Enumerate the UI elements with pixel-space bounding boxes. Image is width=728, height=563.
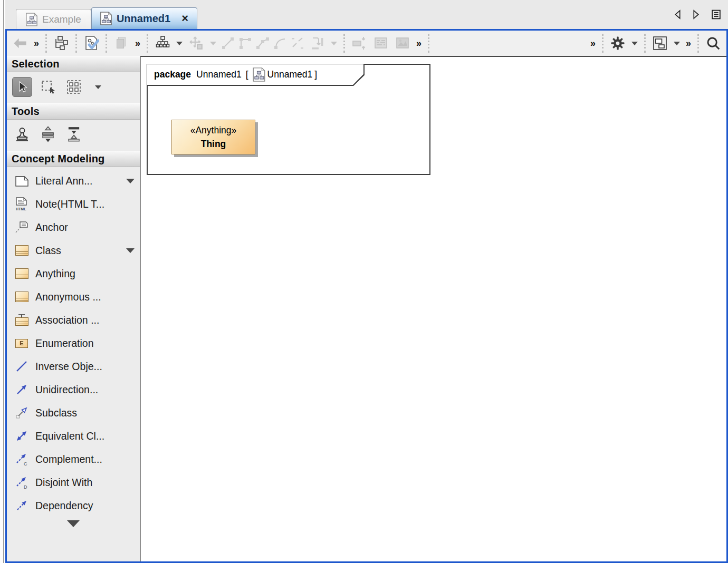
validate-button[interactable] (82, 33, 100, 53)
search-button[interactable] (704, 33, 722, 53)
toolbar-separator (75, 34, 77, 53)
options-dropdown-icon[interactable] (631, 42, 638, 45)
chevron-down-icon[interactable] (126, 179, 135, 183)
section-title: Concept Modeling (12, 153, 105, 165)
tab-controls (674, 9, 728, 20)
toolbar-separator (697, 34, 699, 53)
palette-item-subclass[interactable]: Subclass (7, 401, 140, 424)
package-frame-header[interactable]: package Unnamed1 [ (147, 64, 365, 86)
class-node-thing[interactable]: «Anything» Thing (171, 120, 255, 154)
layout-tree-button[interactable] (154, 33, 171, 53)
palette-item-complement-of[interactable]: C Complement... (7, 448, 140, 471)
selection-buttons (7, 72, 140, 103)
section-title: Selection (12, 58, 60, 70)
palette-item-label: Association ... (35, 314, 99, 326)
toolbar-overflow-icon[interactable]: » (685, 38, 692, 49)
palette-item-class[interactable]: Class (7, 239, 140, 262)
diagram-layout-dropdown-icon[interactable] (674, 42, 680, 45)
expand-vertical-icon (40, 126, 56, 143)
layout-dropdown-icon[interactable] (176, 42, 183, 45)
straight-line-icon (221, 36, 235, 50)
toolbar-overflow-icon[interactable]: » (589, 38, 597, 49)
section-header-selection[interactable]: Selection (7, 56, 140, 72)
selection-dropdown-icon[interactable] (95, 85, 101, 89)
package-keyword: package (154, 69, 191, 80)
section-title: Tools (12, 105, 40, 118)
palette-item-label: Equivalent Cl... (35, 430, 104, 442)
broken-line-icon (291, 36, 304, 50)
multi-select-button[interactable] (64, 77, 84, 97)
palette-item-disjoint-with[interactable]: D Disjoint With (7, 471, 140, 494)
toolbar-overflow-icon[interactable]: » (33, 38, 40, 49)
association-class-icon (14, 314, 30, 326)
line-icon (14, 360, 30, 373)
palette-item-anchor[interactable]: Anchor (7, 216, 140, 239)
tab-label: Unnamed1 (117, 13, 170, 25)
toolbar-overflow-icon[interactable]: » (415, 38, 423, 49)
tab-list-icon[interactable] (711, 9, 722, 20)
palette-item-unidirectional-association[interactable]: Unidirection... (7, 378, 140, 401)
stereotype-label: «Anything» (190, 125, 237, 136)
tab-label: Example (42, 14, 81, 25)
diagram-canvas[interactable]: package Unnamed1 [ (140, 56, 726, 561)
fit-size-icon (351, 35, 367, 51)
class-icon (14, 268, 30, 279)
palette-item-association-class[interactable]: Association ... (7, 308, 140, 332)
palette-item-inverse-object-property[interactable]: Inverse Obje... (7, 355, 140, 378)
collapsed-panel-edge[interactable] (0, 0, 4, 563)
vertical-expand-tool-button[interactable] (38, 124, 58, 144)
toolbar-separator (147, 34, 148, 53)
toolbar-separator (644, 34, 646, 53)
close-tab-icon[interactable]: × (181, 13, 188, 24)
palette-item-label: Anchor (35, 221, 68, 234)
diagram-options-button[interactable] (609, 33, 627, 53)
package-name: Unnamed1 (196, 69, 242, 80)
palette-item-anonymous-class[interactable]: Anonymous ... (7, 285, 140, 308)
package-diagram-icon (253, 67, 265, 82)
double-arrow-icon (14, 430, 30, 442)
diagram-layout-button[interactable] (651, 33, 669, 53)
palette-item-equivalent-class[interactable]: Equivalent Cl... (7, 424, 140, 448)
toolbar-separator (343, 34, 345, 53)
path-style-dropdown-icon (331, 42, 337, 45)
toolbar-separator (428, 34, 429, 53)
palette-item-dependency[interactable]: Dependency (7, 494, 140, 517)
concept-modeling-list: Literal Ann... HTML Note(HTML (7, 167, 140, 561)
section-header-concept-modeling[interactable]: Concept Modeling (7, 151, 140, 167)
palette-item-label: Literal Ann... (35, 175, 92, 187)
diagram-tab-bar: Example Unnamed1 × (5, 0, 728, 29)
package-frame[interactable]: package Unnamed1 [ (147, 64, 430, 175)
palette-item-label: Dependency (35, 500, 93, 512)
svg-text:HTML: HTML (16, 207, 26, 211)
marquee-select-button[interactable] (38, 77, 58, 97)
oblique-line-icon (256, 36, 270, 50)
validation-icon (83, 35, 99, 51)
palette-item-enumeration[interactable]: E Enumeration (7, 332, 140, 355)
scroll-tabs-right-icon[interactable] (692, 9, 700, 20)
pointer-tool-button[interactable] (12, 77, 32, 97)
palette-item-label: Enumeration (35, 337, 94, 350)
active-diagram-frame: » (5, 29, 728, 563)
dashed-arrow-icon (14, 499, 30, 512)
palette-item-literal-annotation[interactable]: Literal Ann... (7, 169, 140, 192)
palette-item-note-html[interactable]: HTML Note(HTML T... (7, 192, 140, 216)
align-center-icon (189, 36, 204, 51)
tab-unnamed1[interactable]: Unnamed1 × (91, 7, 197, 29)
more-items-icon[interactable] (67, 520, 80, 527)
multi-select-icon (66, 79, 82, 95)
stamp-tool-button[interactable] (12, 124, 32, 144)
scroll-tabs-left-icon[interactable] (674, 9, 682, 20)
chevron-down-icon[interactable] (126, 248, 135, 253)
toolbar-separator (45, 34, 47, 53)
rectilinear-path-button (238, 33, 252, 53)
palette-item-anything[interactable]: Anything (7, 262, 140, 285)
package-diagram-icon (26, 13, 37, 26)
vertical-compress-tool-button[interactable] (64, 124, 84, 144)
palette-item-label: Disjoint With (35, 477, 92, 489)
toolbar-overflow-icon[interactable]: » (134, 38, 141, 49)
section-header-tools[interactable]: Tools (7, 103, 140, 120)
tab-example[interactable]: Example (16, 9, 91, 29)
arrow-up-right-icon (14, 383, 30, 396)
show-containment-button[interactable] (52, 33, 70, 53)
enumeration-icon: E (14, 339, 30, 348)
